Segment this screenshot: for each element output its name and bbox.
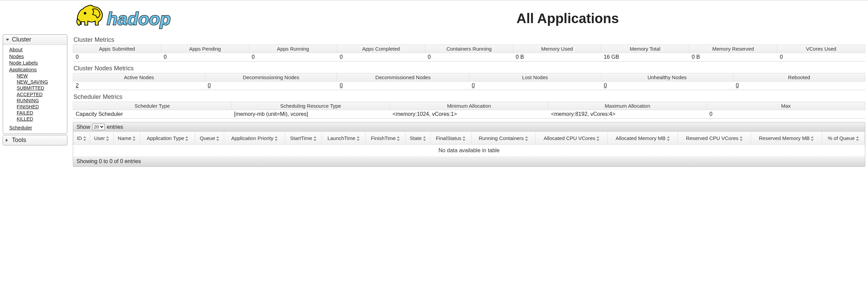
main-content: hadoop All Applications Cluster Metrics …	[73, 4, 865, 167]
col-state[interactable]: State	[405, 132, 430, 145]
col-name[interactable]: Name	[113, 132, 140, 145]
val-decommissioned-nodes[interactable]: 0	[337, 82, 469, 90]
sidebar: Cluster About Nodes Node Labels Applicat…	[3, 4, 67, 167]
sort-icon	[525, 136, 528, 141]
val-resource-type: [memory-mb (unit=Mi), vcores]	[231, 110, 390, 119]
sidebar-accordion-cluster[interactable]: Cluster	[3, 35, 67, 45]
apps-empty-message: No data available in table	[73, 145, 865, 157]
logo-text: hadoop	[107, 9, 171, 29]
nav-about[interactable]: About	[3, 46, 67, 53]
apps-table-footer: Showing 0 to 0 of 0 entries	[73, 156, 865, 167]
sort-icon	[739, 136, 743, 141]
nav-state-failed[interactable]: FAILED	[11, 110, 67, 116]
sort-icon	[811, 136, 814, 141]
val-apps-completed: 0	[337, 53, 425, 61]
sidebar-accordion-tools[interactable]: Tools	[3, 135, 67, 145]
val-rebooted-nodes[interactable]: 0	[733, 82, 865, 90]
col-alloc-mem[interactable]: Allocated Memory MB	[608, 132, 678, 145]
col-vcores-used: VCores Used	[777, 45, 865, 53]
col-rebooted-nodes: Rebooted	[733, 73, 865, 82]
nav-state-accepted[interactable]: ACCEPTED	[11, 91, 67, 98]
val-containers-running: 0	[425, 53, 513, 61]
col-decommissioned-nodes: Decommissioned Nodes	[337, 73, 469, 82]
col-res-mem[interactable]: Reserved Memory MB	[751, 132, 822, 145]
sort-icon	[106, 136, 109, 141]
val-max-alloc: <memory:8192, vCores:4>	[548, 110, 707, 119]
col-res-cpu[interactable]: Reserved CPU VCores	[678, 132, 751, 145]
val-apps-submitted: 0	[73, 53, 161, 61]
col-resource-type: Scheduling Resource Type	[231, 102, 390, 110]
val-memory-used: 0 B	[513, 53, 601, 61]
val-apps-running: 0	[249, 53, 337, 61]
col-alloc-cpu[interactable]: Allocated CPU VCores	[536, 132, 608, 145]
val-unhealthy-nodes[interactable]: 0	[601, 82, 733, 90]
val-lost-nodes[interactable]: 0	[469, 82, 601, 90]
section-title-cluster-metrics: Cluster Metrics	[73, 36, 865, 43]
nav-state-finished[interactable]: FINISHED	[11, 104, 67, 110]
col-memory-reserved: Memory Reserved	[689, 45, 777, 53]
sort-icon	[462, 136, 466, 141]
col-start[interactable]: StartTime	[285, 132, 322, 145]
show-label-pre: Show	[77, 124, 90, 130]
sort-icon	[83, 136, 86, 141]
sort-icon	[132, 136, 136, 141]
nav-node-labels[interactable]: Node Labels	[3, 59, 67, 66]
sort-icon	[185, 136, 188, 141]
val-decommissioning-nodes[interactable]: 0	[205, 82, 337, 90]
nav-state-new-saving[interactable]: NEW_SAVING	[11, 79, 67, 85]
val-active-nodes[interactable]: 2	[73, 82, 205, 90]
sort-icon	[397, 136, 400, 141]
col-app-type[interactable]: Application Type	[140, 132, 195, 145]
col-active-nodes: Active Nodes	[73, 73, 205, 82]
nodes-metrics-table: Active Nodes Decommissioning Nodes Decom…	[73, 73, 865, 90]
nav-nodes[interactable]: Nodes	[3, 53, 67, 60]
scheduler-metrics-table: Scheduler Type Scheduling Resource Type …	[73, 102, 865, 119]
nav-state-killed[interactable]: KILLED	[11, 116, 67, 122]
col-queue[interactable]: Queue	[195, 132, 224, 145]
col-decommissioning-nodes: Decommissioning Nodes	[205, 73, 337, 82]
section-title-scheduler-metrics: Scheduler Metrics	[73, 93, 865, 101]
val-vcores-used: 0	[777, 53, 865, 61]
nav-state-submitted[interactable]: SUBMITTED	[11, 85, 67, 91]
col-apps-running: Apps Running	[249, 45, 337, 53]
col-launch[interactable]: LaunchTime	[322, 132, 366, 145]
sidebar-section-cluster: Cluster About Nodes Node Labels Applicat…	[3, 34, 67, 134]
sort-icon	[274, 136, 278, 141]
nav-applications[interactable]: Applications	[3, 66, 67, 73]
col-apps-completed: Apps Completed	[337, 45, 425, 53]
sort-icon	[596, 136, 600, 141]
val-max: 0	[707, 110, 865, 119]
col-running-containers[interactable]: Running Containers	[471, 132, 536, 145]
col-memory-used: Memory Used	[513, 45, 601, 53]
nav-state-running[interactable]: RUNNING	[11, 98, 67, 104]
col-max-alloc: Maximum Allocation	[548, 102, 707, 110]
val-memory-reserved: 0 B	[689, 53, 777, 61]
sort-icon	[667, 136, 670, 141]
nav-state-new[interactable]: NEW	[11, 73, 67, 79]
sort-icon	[423, 136, 426, 141]
col-user[interactable]: User	[90, 132, 113, 145]
col-priority[interactable]: Application Priority	[224, 132, 285, 145]
val-apps-pending: 0	[161, 53, 249, 61]
sort-icon	[216, 136, 219, 141]
sort-icon	[856, 136, 859, 141]
svg-point-0	[84, 12, 86, 14]
hadoop-logo: hadoop	[73, 4, 195, 33]
sidebar-section-tools: Tools	[3, 135, 67, 145]
val-min-alloc: <memory:1024, vCores:1>	[390, 110, 548, 119]
col-lost-nodes: Lost Nodes	[469, 73, 601, 82]
val-memory-total: 16 GB	[601, 53, 689, 61]
applications-table: ID User Name Application Type Queue Appl…	[73, 131, 865, 156]
col-min-alloc: Minimum Allocation	[390, 102, 548, 110]
page-size-select[interactable]: 20	[92, 124, 105, 130]
page-title: All Applications	[195, 11, 865, 26]
nav-scheduler[interactable]: Scheduler	[3, 124, 67, 131]
col-memory-total: Memory Total	[601, 45, 689, 53]
col-final[interactable]: FinalStatus	[430, 132, 471, 145]
col-pct-queue[interactable]: % of Queue	[822, 132, 865, 145]
col-id[interactable]: ID	[73, 132, 90, 145]
col-finish[interactable]: FinishTime	[366, 132, 406, 145]
col-containers-running: Containers Running	[425, 45, 513, 53]
sort-icon	[356, 136, 360, 141]
col-max: Max	[707, 102, 865, 110]
